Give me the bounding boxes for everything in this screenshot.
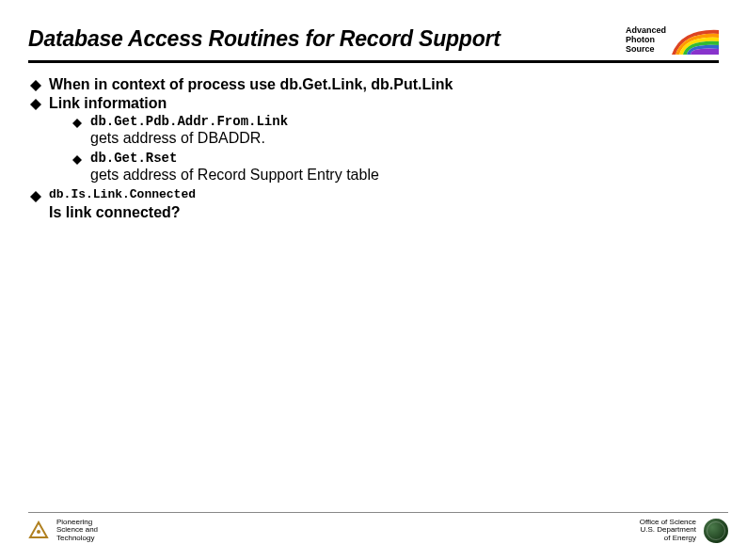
doe-logo-icon <box>704 519 728 543</box>
bullet-3-desc: Is link connected? <box>30 204 719 221</box>
aps-logo-text: Advanced Photon Source <box>626 26 666 55</box>
bullet-2a-code: db.Get.Pdb.Addr.From.Link <box>90 114 288 129</box>
bullet-3-code: db.Is.Link.Connected <box>49 187 196 201</box>
svg-marker-0 <box>30 80 41 91</box>
bullet-2-sub: db.Get.Pdb.Addr.From.Link gets address o… <box>30 114 719 184</box>
footer: Pioneering Science and Technology Office… <box>28 512 728 543</box>
diamond-icon <box>30 80 41 91</box>
diamond-icon <box>30 191 41 202</box>
bullet-2a: db.Get.Pdb.Addr.From.Link <box>72 114 719 129</box>
bullet-2: Link information <box>30 95 719 112</box>
header: Database Access Routines for Record Supp… <box>28 26 719 63</box>
footer-right-3: of Energy <box>640 535 696 543</box>
content: When in context of process use db.Get.Li… <box>28 76 719 221</box>
bullet-2b-code: db.Get.Rset <box>90 151 177 166</box>
footer-left: Pioneering Science and Technology <box>28 519 98 543</box>
bullet-2b: db.Get.Rset <box>72 151 719 166</box>
svg-marker-1 <box>30 99 41 110</box>
diamond-icon <box>30 99 41 110</box>
footer-right-text: Office of Science U.S. Department of Ene… <box>640 519 696 543</box>
bullet-1: When in context of process use db.Get.Li… <box>30 76 719 93</box>
bullet-2b-desc: gets address of Record Support Entry tab… <box>72 167 719 184</box>
aps-logo: Advanced Photon Source <box>626 26 719 55</box>
bullet-1-text: When in context of process use db.Get.Li… <box>49 76 453 93</box>
footer-left-3: Technology <box>56 535 98 543</box>
svg-marker-6 <box>30 191 41 202</box>
bullet-3: db.Is.Link.Connected <box>30 187 719 202</box>
slide: Database Access Routines for Record Supp… <box>0 0 747 560</box>
argonne-logo-icon <box>28 520 49 541</box>
bullet-2a-desc: gets address of DBADDR. <box>72 130 719 147</box>
diamond-outline-icon <box>72 118 83 129</box>
svg-point-8 <box>37 530 40 534</box>
footer-right: Office of Science U.S. Department of Ene… <box>640 519 728 543</box>
rainbow-icon <box>672 26 719 55</box>
slide-title: Database Access Routines for Record Supp… <box>28 26 501 52</box>
diamond-outline-icon <box>72 154 83 166</box>
footer-left-text: Pioneering Science and Technology <box>56 519 98 543</box>
aps-line3: Source <box>626 45 666 55</box>
bullet-2-text: Link information <box>49 95 167 112</box>
